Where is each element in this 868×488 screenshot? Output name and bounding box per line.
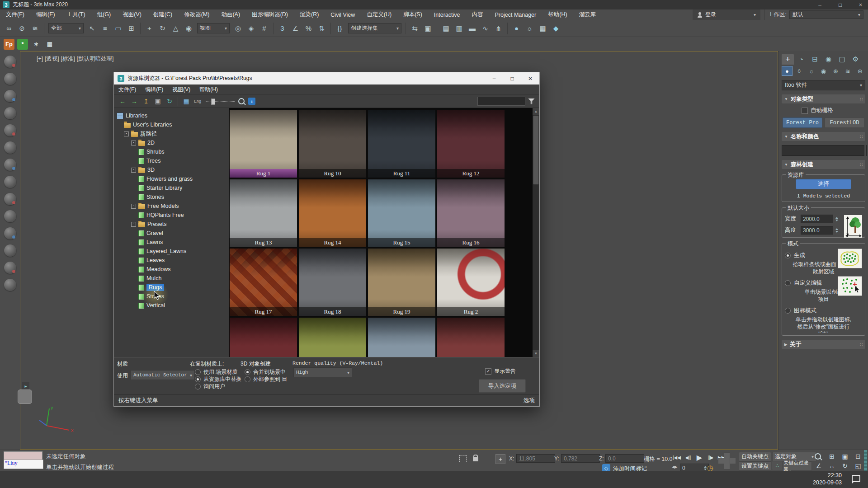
- tree-expander-icon[interactable]: -: [131, 204, 136, 209]
- minimize-button[interactable]: –: [810, 0, 830, 9]
- menubar-item[interactable]: 组(G): [91, 9, 117, 20]
- x-coordinate-field[interactable]: 11.805: [516, 454, 555, 463]
- fov-icon[interactable]: ∠: [814, 461, 824, 470]
- tree-item[interactable]: Flowers and grass: [114, 174, 229, 183]
- layer-explorer-icon[interactable]: ▥: [453, 22, 465, 35]
- menubar-item[interactable]: 脚本(S): [397, 9, 428, 20]
- rug-thumbnail[interactable]: [230, 318, 297, 357]
- forward-icon[interactable]: →: [129, 96, 139, 106]
- clock-date[interactable]: 2020-09-03: [792, 479, 842, 486]
- hierarchy-tab[interactable]: ⊟: [809, 54, 821, 65]
- menubar-item[interactable]: 修改器(M): [178, 9, 215, 20]
- tree-item[interactable]: Shrubs: [114, 147, 229, 156]
- select-and-rotate-icon[interactable]: ↻: [156, 22, 169, 35]
- object-color-swatch[interactable]: [866, 145, 867, 156]
- rug-thumbnail[interactable]: Rug 14: [299, 179, 366, 247]
- render-quality-dropdown[interactable]: High ▾: [293, 367, 352, 377]
- unlink-selection-icon[interactable]: ⊘: [16, 22, 28, 35]
- dialog-menu-item[interactable]: 帮助(H): [195, 86, 222, 94]
- selection-filter-dropdown[interactable]: 全部▾: [48, 23, 84, 33]
- tree-expander-icon[interactable]: -: [131, 222, 136, 227]
- transport-button[interactable]: ▶: [694, 453, 704, 462]
- space-warps-tab[interactable]: ≋: [842, 66, 853, 76]
- ribbon-toggle-icon[interactable]: ▬: [466, 22, 478, 35]
- tree-item[interactable]: Stones: [114, 192, 229, 202]
- thumbnail-size-slider[interactable]: [206, 98, 235, 104]
- help-icon[interactable]: i: [248, 98, 255, 105]
- object-type-button[interactable]: ForestLOD: [825, 117, 864, 128]
- plus-tool-button[interactable]: [718, 452, 736, 469]
- cylinder-primitive-icon[interactable]: [4, 107, 16, 119]
- menubar-item[interactable]: Interactive: [428, 9, 466, 20]
- radio-option[interactable]: 使用 场景材质: [195, 369, 241, 375]
- shapes-tab[interactable]: ◊: [794, 66, 805, 76]
- maxscript-listener-field[interactable]: "Liuy: [4, 460, 43, 469]
- transport-button[interactable]: ◀||: [683, 453, 693, 462]
- menubar-item[interactable]: 自定义(U): [361, 9, 397, 20]
- import-selected-button[interactable]: 导入选定项: [479, 379, 526, 393]
- scroll-down-icon[interactable]: ▼: [533, 350, 539, 357]
- transport-button[interactable]: |◀◀: [672, 453, 682, 462]
- object-type-button[interactable]: Forest Pro: [783, 117, 822, 128]
- motion-tab[interactable]: ◉: [822, 54, 835, 65]
- viewport-label[interactable]: [+] [透视] [标准] [默认明暗处理]: [37, 55, 114, 63]
- render-setup-icon[interactable]: ☼: [524, 22, 536, 35]
- orbit-icon[interactable]: ↻: [840, 461, 850, 470]
- rug-thumbnail[interactable]: Rug 16: [437, 179, 505, 247]
- rug-thumbnail[interactable]: Rug 2: [437, 249, 505, 316]
- create-tab[interactable]: +: [782, 54, 794, 65]
- plane-primitive-icon[interactable]: [4, 227, 16, 239]
- helpers-tab[interactable]: ⊕: [830, 66, 841, 76]
- scatter-tool-icon[interactable]: [4, 279, 16, 291]
- transform-type-in-icon[interactable]: +: [495, 454, 505, 464]
- dialog-menu-item[interactable]: 视图(V): [168, 86, 195, 94]
- select-and-manipulate-icon[interactable]: ◈: [245, 22, 257, 35]
- cameras-tab[interactable]: ◉: [818, 66, 829, 76]
- show-warnings-checkbox[interactable]: ✓ 显示警告: [485, 368, 516, 375]
- keyboard-override-icon[interactable]: #: [258, 22, 270, 35]
- refresh-icon[interactable]: ↻: [165, 96, 175, 106]
- clock-time[interactable]: 22:30: [792, 472, 842, 479]
- select-and-place-icon[interactable]: ◉: [183, 22, 195, 35]
- zoom-extents-icon[interactable]: ▣: [840, 452, 850, 460]
- bind-to-space-warp-icon[interactable]: ≋: [29, 22, 41, 35]
- scrollbar-thumb[interactable]: [533, 116, 538, 184]
- tree-item[interactable]: Layered_Lawns: [114, 247, 229, 256]
- options-link[interactable]: 选项: [524, 397, 535, 404]
- key-step-icon[interactable]: ◀▶: [672, 465, 677, 469]
- cone-primitive-icon[interactable]: [4, 193, 16, 205]
- schematic-view-icon[interactable]: ⋔: [492, 22, 505, 35]
- curve-editor-icon[interactable]: ∿: [479, 22, 491, 35]
- spinner-arrows[interactable]: [835, 216, 838, 223]
- tree-item[interactable]: Meadows: [114, 265, 229, 274]
- zoom-all-icon[interactable]: ⊞: [827, 452, 837, 460]
- tube-primitive-icon[interactable]: [4, 210, 16, 222]
- rollout-name-color[interactable]: ▼ 名称和颜色 ∷: [782, 132, 865, 141]
- tree-item[interactable]: Gravel: [114, 229, 229, 238]
- menubar-item[interactable]: 帮助(H): [542, 9, 573, 20]
- spinner-arrows[interactable]: [835, 227, 838, 234]
- isolate-selection-icon[interactable]: [459, 455, 467, 462]
- dialog-menu-item[interactable]: 文件(F): [114, 86, 141, 94]
- rug-thumbnail[interactable]: Rug 13: [230, 179, 297, 247]
- render-production-icon[interactable]: ◆: [550, 22, 562, 35]
- new-key-icon[interactable]: ∴: [772, 461, 782, 470]
- mode-option[interactable]: 生成: [785, 251, 862, 259]
- tree-item[interactable]: Vertical: [114, 301, 229, 310]
- sign-in-button[interactable]: 登录 ▾: [693, 9, 760, 20]
- geosphere-primitive-icon[interactable]: [4, 141, 16, 154]
- modify-tab[interactable]: ◔: [795, 54, 807, 65]
- menubar-item[interactable]: 图形编辑器(D): [246, 9, 294, 20]
- lights-tab[interactable]: ☼: [806, 66, 817, 76]
- tree-item[interactable]: HQPlants Free: [114, 211, 229, 220]
- rug-thumbnail[interactable]: Rug 11: [368, 110, 435, 178]
- menubar-item[interactable]: 视图(V): [117, 9, 147, 20]
- slider-handle[interactable]: [211, 99, 215, 105]
- mode-option[interactable]: 图标模式: [785, 306, 862, 314]
- forest-pack-fp-icon[interactable]: Fp: [4, 39, 14, 50]
- dialog-titlebar[interactable]: 3 资源库浏览器 - G:\Forest Pack Pro\lib\Preset…: [114, 72, 539, 84]
- auto-key-button[interactable]: 自动关键点: [739, 452, 771, 461]
- tree-item[interactable]: Leaves: [114, 256, 229, 265]
- tree-item[interactable]: Starter Library: [114, 183, 229, 192]
- tree-item[interactable]: User's Libraries: [114, 120, 229, 129]
